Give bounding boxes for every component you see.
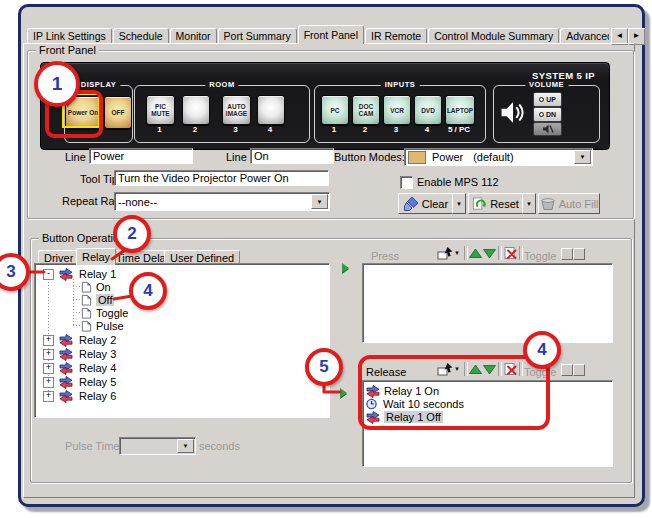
tab-monitor[interactable]: Monitor [170,28,217,44]
toggle-state-square[interactable] [573,248,585,260]
reset-button[interactable]: Reset [468,193,523,214]
main-tab-bar: IP Link Settings Schedule Monitor Port S… [27,25,609,44]
tree-expand-toggle[interactable]: + [43,349,54,360]
room-button-4[interactable] [257,95,285,125]
tree-item-relay1-pulse[interactable]: Pulse [80,319,124,332]
tab-relay[interactable]: Relay [76,248,116,265]
relay-icon [58,375,74,389]
tree-expand-toggle[interactable]: + [43,363,54,374]
tree-item-label[interactable]: Relay 5 [79,376,116,388]
repeat-rate-dropdown[interactable]: --none-- ▼ [114,192,330,211]
pulse-time-dropdown: ▼ [119,437,196,455]
toggle-state-square[interactable] [561,364,573,376]
input-vcr-label: VCR [390,107,404,114]
tree-expand-toggle[interactable]: + [43,377,54,388]
line2-input[interactable] [250,148,334,164]
tab-ir-remote[interactable]: IR Remote [365,28,427,44]
press-operations-list[interactable] [362,263,613,343]
tree-item-relay-4[interactable]: + Relay 4 [35,361,116,374]
press-list-label: Press [371,250,399,262]
input-laptop-button[interactable]: LAPTOP [445,95,475,125]
tab-control-module-summary[interactable]: Control Module Summary [428,28,559,44]
tab-advanced-configuration[interactable]: Advanced Configuration [560,28,609,44]
volume-up-button[interactable]: UP [533,92,562,107]
tree-expand-toggle[interactable]: + [43,391,54,402]
tree-item-relay-5[interactable]: + Relay 5 [35,375,116,388]
input-number-4: 4 [414,125,440,134]
tree-item-relay-6[interactable]: + Relay 6 [35,389,116,402]
pic-mute-button[interactable]: PIC MUTE [146,95,175,125]
tree-item-label[interactable]: On [96,281,111,293]
tree-item-relay-3[interactable]: + Relay 3 [35,347,116,360]
input-vcr-button[interactable]: VCR [383,95,411,125]
tree-item-relay-2[interactable]: + Relay 2 [35,333,116,346]
clear-button[interactable]: Clear [398,193,453,214]
clear-dropdown-button[interactable]: ▼ [452,193,466,214]
toggle-state-square[interactable] [561,248,573,260]
tree-item-label[interactable]: Relay 3 [79,348,116,360]
relay-operations-tree[interactable]: - Relay 1 On Off Toggle Pulse + [34,263,330,418]
input-pc-button[interactable]: PC [321,95,349,125]
press-toggle-label: Toggle [524,250,556,262]
callout-2: 2 [113,215,151,253]
clear-icon [403,196,419,211]
input-dvd-button[interactable]: DVD [414,95,442,125]
tooltip-input[interactable] [114,170,329,186]
move-down-icon[interactable] [483,247,496,259]
tree-item-relay1-off[interactable]: Off [80,293,114,306]
operation-page-icon [80,320,93,332]
tree-collapse-toggle[interactable]: - [43,269,54,280]
power-off-button[interactable]: OFF [104,96,132,129]
front-panel-group-label: Front Panel [36,44,99,56]
tree-item-label[interactable]: Pulse [96,320,124,332]
auto-fill-button-label: Auto Fill [559,198,599,210]
tab-port-summary[interactable]: Port Summary [218,28,297,44]
assign-to-press-arrow-icon[interactable] [342,263,349,273]
input-doc-cam-button[interactable]: DOC CAM [352,95,380,125]
toggle-state-square[interactable] [573,364,585,376]
volume-down-button[interactable]: DN [533,107,562,122]
room-button-2[interactable] [182,95,210,125]
auto-image-button[interactable]: AUTO IMAGE [222,95,251,125]
tree-item-relay-1[interactable]: - Relay 1 [35,267,116,280]
tree-expand-toggle[interactable]: + [43,335,54,346]
room-group-label: ROOM [205,80,238,89]
dropdown-arrow-icon[interactable]: ▼ [574,150,591,164]
tree-item-relay1-toggle[interactable]: Toggle [80,306,128,319]
reset-dropdown-button[interactable]: ▼ [522,193,536,214]
input-number-1: 1 [321,125,347,134]
dropdown-arrow-icon[interactable]: ▼ [311,194,328,209]
tree-item-label[interactable]: Relay 4 [79,362,116,374]
assign-to-release-arrow-icon[interactable] [340,388,347,398]
tree-item-label[interactable]: Relay 6 [79,390,116,402]
tree-item-label[interactable]: Relay 1 [79,268,116,280]
pulse-time-label: Pulse Time: [65,440,122,452]
page: IP Link Settings Schedule Monitor Port S… [0,0,652,518]
relay-icon [58,267,74,281]
button-modes-label: Button Modes: [334,151,405,163]
tree-connector-line [73,299,80,300]
enable-mps-checkbox[interactable] [400,176,413,189]
callout-5: 5 [305,348,343,386]
toolbar-separator [519,246,523,260]
room-number-1: 1 [146,125,173,134]
tab-front-panel[interactable]: Front Panel [298,25,364,44]
volume-mute-button[interactable] [533,122,562,136]
delete-operation-icon[interactable] [503,246,517,260]
tree-item-relay1-on[interactable]: On [80,280,111,293]
tree-item-label[interactable]: Toggle [96,307,128,319]
move-up-icon[interactable] [469,247,482,259]
tree-item-label-selected[interactable]: Off [96,294,114,306]
tree-item-label[interactable]: Relay 2 [79,334,116,346]
tab-ip-link-settings[interactable]: IP Link Settings [27,28,112,44]
line1-input[interactable] [89,148,193,164]
reset-icon [472,196,487,211]
input-number-2: 2 [352,125,378,134]
auto-fill-button[interactable]: Auto Fill [538,193,600,214]
insert-operation-icon[interactable] [437,246,454,260]
insert-dropdown-caret[interactable]: ▼ [454,250,460,256]
button-modes-dropdown[interactable]: Power (default) ▼ [404,148,593,166]
callout-4-tree: 4 [129,272,167,310]
room-number-3: 3 [222,125,249,134]
tab-schedule[interactable]: Schedule [113,28,169,44]
